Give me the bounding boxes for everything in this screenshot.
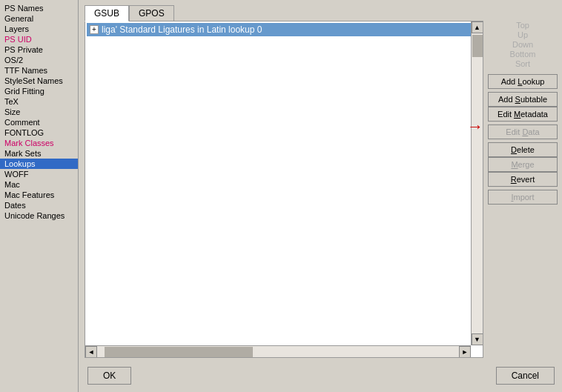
action-btn-merge: Merge: [488, 157, 558, 172]
scroll-down-button[interactable]: ▼: [472, 333, 483, 345]
sidebar-item-tex[interactable]: TeX: [0, 96, 78, 107]
sidebar-item-ps-uid[interactable]: PS UID: [0, 34, 78, 44]
sidebar-item-ps-names[interactable]: PS Names: [0, 3, 78, 13]
top-label: Top: [488, 21, 558, 30]
action-buttons: Top Up Down Bottom Sort Add LookupAdd Su…: [483, 21, 558, 358]
scroll-left-button[interactable]: ◄: [85, 346, 97, 358]
sidebar-item-mark-sets[interactable]: Mark Sets: [0, 148, 78, 159]
sidebar-item-size[interactable]: Size: [0, 107, 78, 117]
right-panel: GSUB GPOS +liga' Standard Ligatures in L…: [82, 0, 562, 392]
sidebar-item-unicode-ranges[interactable]: Unicode Ranges: [0, 210, 78, 221]
scroll-up-button[interactable]: ▲: [472, 21, 483, 33]
sidebar-item-woff[interactable]: WOFF: [0, 169, 78, 179]
action-btn-edit-metadata[interactable]: Edit Metadata: [488, 107, 558, 122]
bottom-bar: OK Cancel: [85, 361, 558, 388]
scroll-thumb-h[interactable]: [105, 347, 253, 357]
sidebar-item-comment[interactable]: Comment: [0, 117, 78, 127]
scroll-left-icon: ◄: [88, 348, 95, 356]
tab-bar: GSUB GPOS: [85, 4, 558, 21]
action-btn-add-lookup[interactable]: Add Lookup: [488, 74, 558, 89]
up-label: Up: [488, 30, 558, 39]
tab-gsub[interactable]: GSUB: [85, 5, 129, 21]
sidebar-item-lookups[interactable]: Lookups: [0, 159, 78, 169]
sidebar-item-ps-private[interactable]: PS Private: [0, 44, 78, 55]
scroll-down-icon: ▼: [474, 336, 480, 343]
action-btn-revert[interactable]: Revert: [488, 172, 558, 187]
scroll-thumb-v[interactable]: [472, 35, 483, 57]
sidebar-item-fontlog[interactable]: FONTLOG: [0, 127, 78, 138]
sidebar-item-general[interactable]: General: [0, 13, 78, 24]
action-btn-import: Import: [488, 190, 558, 205]
ok-button[interactable]: OK: [87, 367, 131, 385]
scroll-right-button[interactable]: ►: [459, 346, 471, 358]
cancel-button[interactable]: Cancel: [496, 367, 555, 385]
sidebar-item-mac[interactable]: Mac: [0, 179, 78, 190]
sidebar-item-grid-fitting[interactable]: Grid Fitting: [0, 86, 78, 96]
sidebar-item-layers[interactable]: Layers: [0, 24, 78, 34]
sort-controls: Top Up Down Bottom Sort: [488, 21, 558, 68]
down-label: Down: [488, 40, 558, 49]
tab-gpos[interactable]: GPOS: [129, 5, 174, 21]
sidebar-item-dates[interactable]: Dates: [0, 200, 78, 210]
lookup-label: liga' Standard Ligatures in Latin lookup…: [102, 24, 262, 35]
sidebar-item-ttf-names[interactable]: TTF Names: [0, 65, 78, 76]
expand-icon[interactable]: +: [90, 25, 99, 34]
action-btn-edit-data: Edit Data: [488, 124, 558, 139]
horizontal-scrollbar[interactable]: ◄ ►: [85, 345, 471, 357]
sidebar-item-mark-classes[interactable]: Mark Classes: [0, 138, 78, 148]
sidebar-item-styleset-names[interactable]: StyleSet Names: [0, 76, 78, 86]
lookup-list[interactable]: +liga' Standard Ligatures in Latin looku…: [85, 21, 483, 357]
scroll-up-icon: ▲: [474, 24, 480, 31]
scroll-track-h[interactable]: [97, 346, 459, 358]
middle-area: +liga' Standard Ligatures in Latin looku…: [85, 21, 558, 358]
scroll-right-icon: ►: [462, 348, 469, 356]
tabs-area: GSUB GPOS +liga' Standard Ligatures in L…: [85, 4, 558, 358]
sidebar-item-mac-features[interactable]: Mac Features: [0, 190, 78, 200]
vertical-separator: [78, 0, 79, 392]
bottom-label: Bottom: [488, 50, 558, 59]
scroll-track-v[interactable]: [472, 33, 483, 333]
vertical-scrollbar[interactable]: ▲ ▼: [471, 21, 483, 345]
action-btn-add-subtable[interactable]: Add Subtable: [488, 92, 558, 107]
lookup-item[interactable]: +liga' Standard Ligatures in Latin looku…: [87, 23, 481, 36]
sidebar: PS NamesGeneralLayersPS UIDPS PrivateOS/…: [0, 0, 78, 392]
lookup-area: +liga' Standard Ligatures in Latin looku…: [85, 21, 483, 358]
sidebar-item-os/2[interactable]: OS/2: [0, 55, 78, 65]
action-btn-delete[interactable]: Delete: [488, 142, 558, 157]
sort-label: Sort: [488, 59, 558, 68]
